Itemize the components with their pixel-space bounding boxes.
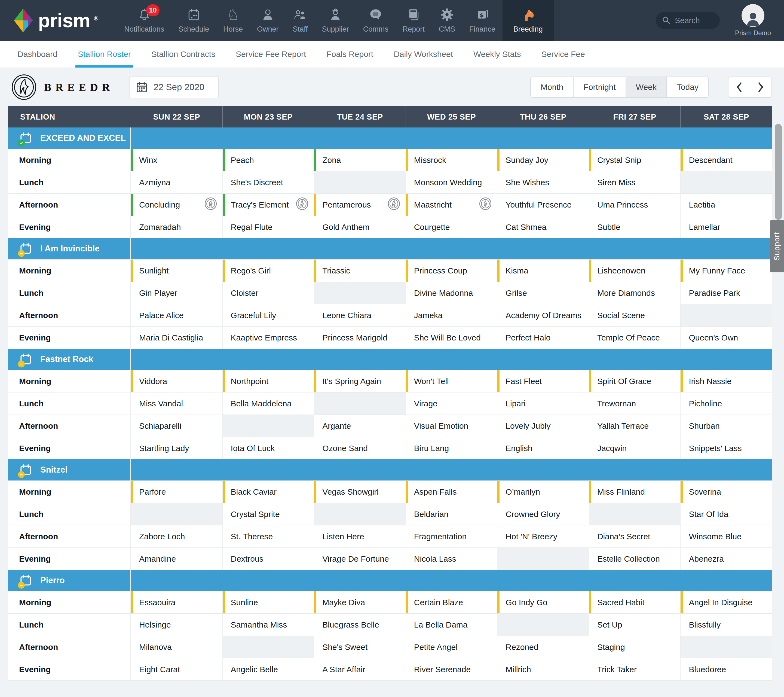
roster-cell[interactable]: Cat Shmea: [497, 216, 589, 238]
roster-cell[interactable]: She's Discreet: [222, 171, 314, 193]
roster-cell[interactable]: Azmiyna: [131, 171, 222, 193]
previous-week-button[interactable]: [728, 76, 750, 98]
roster-cell[interactable]: Descendant: [680, 149, 772, 171]
roster-cell[interactable]: Triassic: [314, 259, 405, 282]
roster-cell[interactable]: Hot 'N' Breezy: [497, 525, 589, 547]
roster-cell[interactable]: Virage: [405, 393, 497, 415]
roster-cell[interactable]: English: [497, 437, 589, 459]
nav-item-owner[interactable]: Owner: [250, 0, 286, 41]
roster-cell[interactable]: [589, 503, 680, 525]
support-tab[interactable]: Support: [770, 220, 784, 273]
roster-cell[interactable]: Youthful Presence: [497, 194, 589, 216]
tab-stallion-roster[interactable]: Stallion Roster: [76, 41, 133, 68]
nav-item-cms[interactable]: CMS: [432, 0, 462, 41]
roster-cell[interactable]: Diana’s Secret: [589, 525, 680, 547]
roster-cell[interactable]: Argante: [314, 415, 405, 437]
roster-cell[interactable]: Siren Miss: [589, 171, 680, 193]
date-picker[interactable]: 22 Sep 2020: [129, 76, 219, 98]
roster-cell[interactable]: Temple Of Peace: [589, 327, 680, 348]
roster-cell[interactable]: Kaaptive Empress: [222, 327, 314, 348]
roster-cell[interactable]: Northpoint: [222, 370, 314, 392]
roster-cell[interactable]: Abenezra: [680, 548, 772, 570]
roster-cell[interactable]: Crowned Glory: [497, 503, 589, 525]
roster-cell[interactable]: Concluding: [131, 194, 222, 216]
roster-cell[interactable]: Star Of Ida: [680, 503, 772, 525]
week-button[interactable]: Week: [626, 76, 667, 98]
roster-cell[interactable]: Spirit Of Grace: [589, 370, 680, 392]
roster-cell[interactable]: Shurban: [680, 415, 772, 437]
roster-cell[interactable]: Pentamerous: [314, 194, 405, 216]
tab-service-fee-report[interactable]: Service Fee Report: [233, 41, 308, 68]
roster-cell[interactable]: Black Caviar: [222, 481, 314, 503]
roster-cell[interactable]: Fast Fleet: [497, 370, 589, 392]
roster-cell[interactable]: Snippets' Lass: [680, 437, 772, 459]
roster-cell[interactable]: A Star Affair: [314, 658, 405, 680]
month-button[interactable]: Month: [530, 76, 573, 98]
roster-cell[interactable]: Irish Nassie: [680, 370, 772, 392]
stallion-group-header[interactable]: EXCEED AND EXCEL: [8, 127, 772, 149]
roster-cell[interactable]: [680, 304, 772, 326]
roster-cell[interactable]: [314, 503, 405, 525]
roster-cell[interactable]: Helsinge: [131, 614, 222, 636]
roster-cell[interactable]: Rezoned: [497, 636, 589, 658]
roster-cell[interactable]: Listen Here: [314, 525, 405, 547]
roster-cell[interactable]: Maastricht: [405, 194, 497, 216]
roster-cell[interactable]: Samantha Miss: [222, 614, 314, 636]
roster-cell[interactable]: Miss Flinland: [589, 481, 680, 503]
roster-cell[interactable]: [680, 636, 772, 658]
roster-cell[interactable]: Viddora: [131, 370, 222, 392]
roster-cell[interactable]: [497, 614, 589, 636]
nav-item-horse[interactable]: ♘ Horse: [216, 0, 250, 41]
roster-cell[interactable]: Social Scene: [589, 304, 680, 326]
roster-cell[interactable]: Peach: [222, 149, 314, 171]
today-button[interactable]: Today: [666, 76, 709, 98]
roster-cell[interactable]: River Serenade: [405, 658, 497, 680]
roster-cell[interactable]: [222, 415, 314, 437]
roster-cell[interactable]: Won't Tell: [405, 370, 497, 392]
roster-cell[interactable]: She Wishes: [497, 171, 589, 193]
roster-cell[interactable]: Princess Marigold: [314, 327, 405, 348]
roster-cell[interactable]: More Diamonds: [589, 282, 680, 304]
roster-cell[interactable]: Blissfully: [680, 614, 772, 636]
roster-cell[interactable]: Sunday Joy: [497, 149, 589, 171]
prism-logo[interactable]: prism®: [12, 0, 98, 41]
tab-foals-report[interactable]: Foals Report: [324, 41, 376, 68]
roster-cell[interactable]: La Bella Dama: [405, 614, 497, 636]
stallion-group-header[interactable]: Fastnet Rock: [8, 348, 772, 370]
roster-cell[interactable]: Leone Chiara: [314, 304, 405, 326]
roster-cell[interactable]: Missrock: [405, 149, 497, 171]
roster-cell[interactable]: St. Therese: [222, 525, 314, 547]
roster-cell[interactable]: [314, 282, 405, 304]
roster-cell[interactable]: Nicola Lass: [405, 548, 497, 570]
roster-cell[interactable]: Grilse: [497, 282, 589, 304]
roster-cell[interactable]: Picholine: [680, 393, 772, 415]
roster-cell[interactable]: Rego's Girl: [222, 259, 314, 282]
next-week-button[interactable]: [750, 76, 772, 98]
roster-cell[interactable]: Angelic Belle: [222, 658, 314, 680]
roster-cell[interactable]: Dextrous: [222, 548, 314, 570]
roster-cell[interactable]: Gold Anthem: [314, 216, 405, 238]
roster-cell[interactable]: Lipari: [497, 393, 589, 415]
roster-cell[interactable]: O’marilyn: [497, 481, 589, 503]
roster-cell[interactable]: Iota Of Luck: [222, 437, 314, 459]
roster-cell[interactable]: Sunline: [222, 591, 314, 613]
roster-cell[interactable]: Schiaparelli: [131, 415, 222, 437]
roster-cell[interactable]: Maria Di Castiglia: [131, 327, 222, 348]
nav-item-report[interactable]: Report: [395, 0, 432, 41]
roster-cell[interactable]: [131, 503, 222, 525]
roster-cell[interactable]: Miss Vandal: [131, 393, 222, 415]
roster-cell[interactable]: [222, 636, 314, 658]
roster-cell[interactable]: Lisheenowen: [589, 259, 680, 282]
tab-stallion-contracts[interactable]: Stallion Contracts: [149, 41, 218, 68]
nav-item-schedule[interactable]: Schedule: [171, 0, 216, 41]
scrollbar-thumb[interactable]: [775, 124, 782, 220]
roster-cell[interactable]: Lovely Jubly: [497, 415, 589, 437]
roster-cell[interactable]: [497, 548, 589, 570]
roster-cell[interactable]: Perfect Halo: [497, 327, 589, 348]
nav-item-comms[interactable]: Comms: [356, 0, 395, 41]
roster-cell[interactable]: Set Up: [589, 614, 680, 636]
roster-cell[interactable]: She's Sweet: [314, 636, 405, 658]
roster-cell[interactable]: Courgette: [405, 216, 497, 238]
roster-cell[interactable]: Milanova: [131, 636, 222, 658]
roster-cell[interactable]: Zabore Loch: [131, 525, 222, 547]
